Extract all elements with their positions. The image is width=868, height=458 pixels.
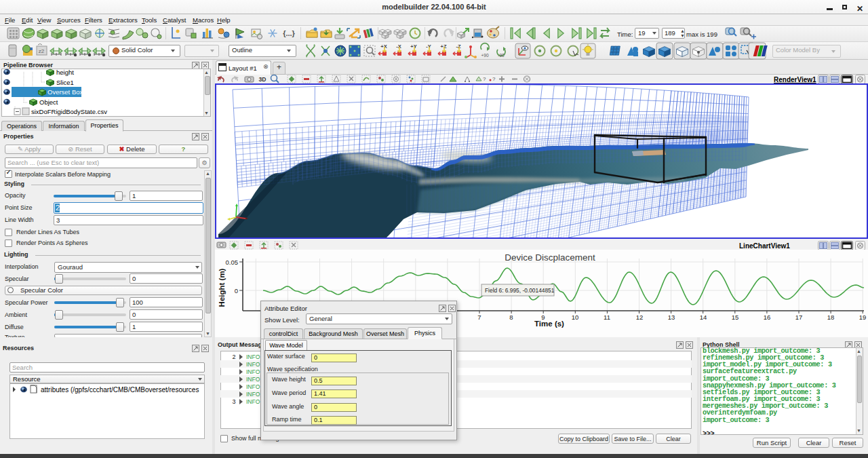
svg-text:attributes (/gpfs/ccchart/CMB/: attributes (/gpfs/ccchart/CMB/CMBoverset… [41,386,199,394]
svg-text:-Y: -Y [426,43,431,50]
svg-text:Time (s): Time (s) [534,320,564,328]
svg-text:Slice1: Slice1 [56,79,74,86]
svg-text:12: 12 [636,313,644,321]
svg-text:Height (m): Height (m) [218,268,226,307]
svg-text:+90: +90 [481,53,488,58]
svg-text:INFO: INFO [246,376,260,383]
svg-text:INFO: INFO [246,361,260,368]
svg-text:3: 3 [232,398,235,405]
svg-text:height: height [56,69,74,76]
svg-text:13: 13 [668,313,675,321]
svg-text:16: 16 [764,313,771,321]
svg-text:INFO: INFO [246,368,260,375]
svg-text:18: 18 [827,313,835,321]
svg-text:?: ? [483,76,486,82]
svg-text:INFO: INFO [246,391,260,398]
svg-text:sixDoFRigidBodyState.csv: sixDoFRigidBodyState.csv [31,108,107,115]
svg-text:7: 7 [477,313,481,321]
svg-text:{...}: {...} [283,29,295,37]
svg-text:17: 17 [795,313,803,321]
svg-text:19: 19 [859,313,867,321]
svg-text:z2: z2 [39,48,45,54]
svg-text:3D: 3D [259,76,267,83]
svg-text:+Y: +Y [410,43,416,50]
svg-text:Object: Object [39,98,58,106]
svg-text:INFO: INFO [246,354,260,360]
svg-text:8: 8 [509,313,513,321]
svg-text:15: 15 [732,313,739,321]
svg-text:0.05: 0.05 [226,259,239,266]
svg-text:Overset Box: Overset Box [47,88,83,96]
svg-text:Device Discplacement: Device Discplacement [505,252,595,263]
svg-text:INFO: INFO [246,398,260,405]
svg-text:INFO: INFO [246,383,260,390]
svg-text:14: 14 [700,313,707,321]
svg-text:-90: -90 [498,53,505,58]
svg-text:0: 0 [235,287,238,294]
svg-text:Field 6: 6.995, -0.00144851: Field 6: 6.995, -0.00144851 [485,287,555,294]
svg-text:-X: -X [396,43,401,50]
svg-text:?: ? [492,76,496,82]
svg-text:10: 10 [572,313,579,321]
svg-text:11: 11 [604,313,610,321]
svg-text:+X: +X [380,43,387,50]
svg-text:2: 2 [232,354,235,360]
